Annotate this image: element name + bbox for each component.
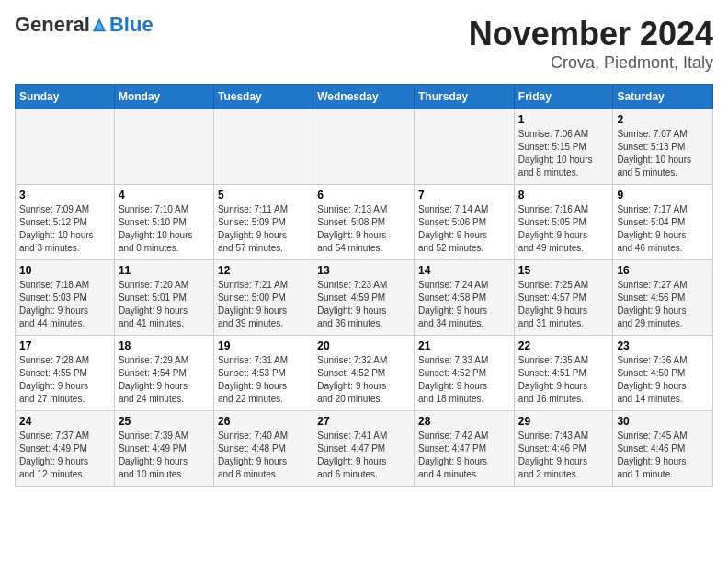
day-number: 27 <box>317 415 410 428</box>
calendar-cell <box>213 109 313 185</box>
day-number: 15 <box>518 264 609 277</box>
calendar-cell: 4Sunrise: 7:10 AM Sunset: 5:10 PM Daylig… <box>114 185 213 260</box>
day-info: Sunrise: 7:33 AM Sunset: 4:52 PM Dayligh… <box>418 354 510 406</box>
weekday-header-row: SundayMondayTuesdayWednesdayThursdayFrid… <box>16 85 713 109</box>
day-info: Sunrise: 7:17 AM Sunset: 5:04 PM Dayligh… <box>617 203 709 255</box>
calendar-cell: 5Sunrise: 7:11 AM Sunset: 5:09 PM Daylig… <box>213 185 313 260</box>
weekday-header-thursday: Thursday <box>415 85 515 109</box>
calendar-cell: 13Sunrise: 7:23 AM Sunset: 4:59 PM Dayli… <box>313 260 415 336</box>
day-number: 25 <box>119 415 210 428</box>
day-info: Sunrise: 7:36 AM Sunset: 4:50 PM Dayligh… <box>617 354 709 406</box>
day-number: 16 <box>617 264 709 277</box>
day-number: 19 <box>218 339 309 352</box>
day-info: Sunrise: 7:43 AM Sunset: 4:46 PM Dayligh… <box>518 430 609 481</box>
day-info: Sunrise: 7:32 AM Sunset: 4:52 PM Dayligh… <box>317 354 410 406</box>
day-number: 23 <box>617 339 709 352</box>
calendar-week-3: 10Sunrise: 7:18 AM Sunset: 5:03 PM Dayli… <box>16 260 713 336</box>
day-number: 11 <box>119 264 210 277</box>
calendar-cell: 9Sunrise: 7:17 AM Sunset: 5:04 PM Daylig… <box>613 185 713 260</box>
day-info: Sunrise: 7:09 AM Sunset: 5:12 PM Dayligh… <box>19 203 110 255</box>
day-info: Sunrise: 7:25 AM Sunset: 4:57 PM Dayligh… <box>518 279 609 330</box>
calendar-week-2: 3Sunrise: 7:09 AM Sunset: 5:12 PM Daylig… <box>16 185 713 260</box>
calendar-cell: 30Sunrise: 7:45 AM Sunset: 4:46 PM Dayli… <box>613 411 713 487</box>
calendar-cell <box>415 109 515 185</box>
day-number: 2 <box>617 113 709 126</box>
day-info: Sunrise: 7:14 AM Sunset: 5:06 PM Dayligh… <box>418 203 510 255</box>
logo-general-text: General <box>15 15 90 35</box>
title-block: November 2024 Crova, Piedmont, Italy <box>469 15 713 73</box>
calendar-cell: 14Sunrise: 7:24 AM Sunset: 4:58 PM Dayli… <box>415 260 515 336</box>
day-info: Sunrise: 7:21 AM Sunset: 5:00 PM Dayligh… <box>218 279 309 330</box>
day-info: Sunrise: 7:10 AM Sunset: 5:10 PM Dayligh… <box>119 203 210 255</box>
day-info: Sunrise: 7:40 AM Sunset: 4:48 PM Dayligh… <box>218 430 309 481</box>
calendar-week-4: 17Sunrise: 7:28 AM Sunset: 4:55 PM Dayli… <box>16 336 713 411</box>
day-info: Sunrise: 7:42 AM Sunset: 4:47 PM Dayligh… <box>418 430 510 481</box>
calendar-cell: 20Sunrise: 7:32 AM Sunset: 4:52 PM Dayli… <box>313 336 415 411</box>
day-number: 21 <box>418 339 510 352</box>
day-number: 17 <box>19 339 110 352</box>
weekday-header-friday: Friday <box>514 85 613 109</box>
day-number: 20 <box>317 339 410 352</box>
day-number: 18 <box>119 339 210 352</box>
day-info: Sunrise: 7:28 AM Sunset: 4:55 PM Dayligh… <box>19 354 110 406</box>
day-number: 5 <box>218 189 309 201</box>
day-info: Sunrise: 7:39 AM Sunset: 4:49 PM Dayligh… <box>119 430 210 481</box>
day-number: 3 <box>19 189 110 201</box>
calendar-table: SundayMondayTuesdayWednesdayThursdayFrid… <box>15 84 713 487</box>
weekday-header-sunday: Sunday <box>16 85 115 109</box>
weekday-header-monday: Monday <box>114 85 213 109</box>
day-number: 8 <box>518 189 609 201</box>
logo: General Blue <box>15 15 154 35</box>
day-info: Sunrise: 7:18 AM Sunset: 5:03 PM Dayligh… <box>19 279 110 330</box>
logo-blue-text: Blue <box>109 15 154 35</box>
calendar-week-5: 24Sunrise: 7:37 AM Sunset: 4:49 PM Dayli… <box>16 411 713 487</box>
logo-icon <box>91 17 108 33</box>
page-title: November 2024 <box>469 15 713 53</box>
day-info: Sunrise: 7:31 AM Sunset: 4:53 PM Dayligh… <box>218 354 309 406</box>
calendar-cell: 29Sunrise: 7:43 AM Sunset: 4:46 PM Dayli… <box>514 411 613 487</box>
day-info: Sunrise: 7:11 AM Sunset: 5:09 PM Dayligh… <box>218 203 309 255</box>
day-number: 12 <box>218 264 309 277</box>
day-info: Sunrise: 7:23 AM Sunset: 4:59 PM Dayligh… <box>317 279 410 330</box>
day-number: 7 <box>418 189 510 201</box>
day-info: Sunrise: 7:37 AM Sunset: 4:49 PM Dayligh… <box>19 430 110 481</box>
weekday-header-saturday: Saturday <box>613 85 713 109</box>
calendar-cell: 24Sunrise: 7:37 AM Sunset: 4:49 PM Dayli… <box>16 411 115 487</box>
day-info: Sunrise: 7:27 AM Sunset: 4:56 PM Dayligh… <box>617 279 709 330</box>
calendar-cell <box>114 109 213 185</box>
day-number: 26 <box>218 415 309 428</box>
day-number: 13 <box>317 264 410 277</box>
weekday-header-tuesday: Tuesday <box>213 85 313 109</box>
day-info: Sunrise: 7:29 AM Sunset: 4:54 PM Dayligh… <box>119 354 210 406</box>
day-info: Sunrise: 7:35 AM Sunset: 4:51 PM Dayligh… <box>518 354 609 406</box>
day-number: 30 <box>617 415 709 428</box>
calendar-cell: 26Sunrise: 7:40 AM Sunset: 4:48 PM Dayli… <box>213 411 313 487</box>
calendar-cell: 2Sunrise: 7:07 AM Sunset: 5:13 PM Daylig… <box>613 109 713 185</box>
calendar-cell: 1Sunrise: 7:06 AM Sunset: 5:15 PM Daylig… <box>514 109 613 185</box>
day-number: 10 <box>19 264 110 277</box>
day-number: 29 <box>518 415 609 428</box>
calendar-cell: 25Sunrise: 7:39 AM Sunset: 4:49 PM Dayli… <box>114 411 213 487</box>
calendar-cell: 11Sunrise: 7:20 AM Sunset: 5:01 PM Dayli… <box>114 260 213 336</box>
calendar-cell: 7Sunrise: 7:14 AM Sunset: 5:06 PM Daylig… <box>415 185 515 260</box>
calendar-cell: 8Sunrise: 7:16 AM Sunset: 5:05 PM Daylig… <box>514 185 613 260</box>
day-info: Sunrise: 7:45 AM Sunset: 4:46 PM Dayligh… <box>617 430 709 481</box>
day-number: 28 <box>418 415 510 428</box>
day-info: Sunrise: 7:20 AM Sunset: 5:01 PM Dayligh… <box>119 279 210 330</box>
calendar-cell: 22Sunrise: 7:35 AM Sunset: 4:51 PM Dayli… <box>514 336 613 411</box>
calendar-cell: 27Sunrise: 7:41 AM Sunset: 4:47 PM Dayli… <box>313 411 415 487</box>
day-number: 24 <box>19 415 110 428</box>
calendar-cell <box>313 109 415 185</box>
calendar-cell: 15Sunrise: 7:25 AM Sunset: 4:57 PM Dayli… <box>514 260 613 336</box>
calendar-cell: 17Sunrise: 7:28 AM Sunset: 4:55 PM Dayli… <box>16 336 115 411</box>
day-number: 9 <box>617 189 709 201</box>
calendar-cell: 28Sunrise: 7:42 AM Sunset: 4:47 PM Dayli… <box>415 411 515 487</box>
day-info: Sunrise: 7:24 AM Sunset: 4:58 PM Dayligh… <box>418 279 510 330</box>
calendar-cell: 16Sunrise: 7:27 AM Sunset: 4:56 PM Dayli… <box>613 260 713 336</box>
calendar-cell: 3Sunrise: 7:09 AM Sunset: 5:12 PM Daylig… <box>16 185 115 260</box>
calendar-cell <box>16 109 115 185</box>
day-info: Sunrise: 7:07 AM Sunset: 5:13 PM Dayligh… <box>617 128 709 179</box>
page-subtitle: Crova, Piedmont, Italy <box>469 53 713 73</box>
calendar-cell: 19Sunrise: 7:31 AM Sunset: 4:53 PM Dayli… <box>213 336 313 411</box>
calendar-cell: 18Sunrise: 7:29 AM Sunset: 4:54 PM Dayli… <box>114 336 213 411</box>
